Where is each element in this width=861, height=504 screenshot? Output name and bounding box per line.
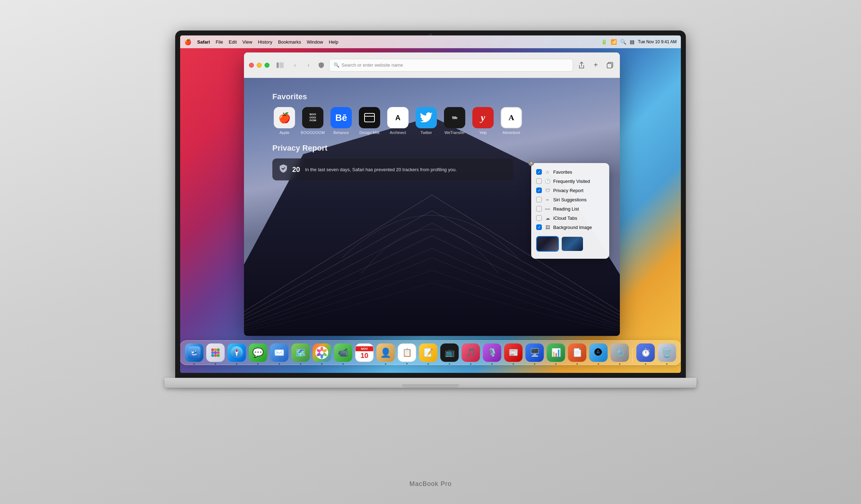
- popup-item-frequently-visited[interactable]: 🕐 Frequently Visited: [531, 177, 609, 186]
- dock-item-maps[interactable]: 🗺️: [291, 343, 310, 362]
- dock-item-tv[interactable]: 📺: [440, 343, 459, 362]
- reading-list-checkbox[interactable]: [536, 206, 542, 212]
- datetime-display: Tue Nov 10 9:41 AM: [638, 39, 677, 44]
- favorite-item-boooom[interactable]: BOOOOOOOM BOOOOOOM: [301, 107, 325, 135]
- laptop-body: 🍎 Safari File Edit View History Bookmark…: [94, 30, 767, 474]
- sidebar-toggle-button[interactable]: [277, 62, 287, 69]
- favorite-item-apple[interactable]: 🍎 Apple: [272, 107, 296, 135]
- fullscreen-button[interactable]: [265, 63, 270, 68]
- popup-item-background-image[interactable]: ✓ 🖼 Background Image: [531, 223, 609, 232]
- siri-icon: ∞: [545, 197, 550, 202]
- dock-item-photos[interactable]: [313, 343, 331, 362]
- back-button[interactable]: ‹: [290, 60, 300, 70]
- favorite-item-adventure[interactable]: A Adventure: [499, 107, 523, 135]
- favorite-item-twitter[interactable]: Twitter: [414, 107, 438, 135]
- dock-item-finder[interactable]: [185, 343, 204, 362]
- help-menu[interactable]: Help: [329, 39, 338, 45]
- share-button[interactable]: [577, 60, 587, 70]
- favorite-item-behance[interactable]: Bē Behance: [329, 107, 353, 135]
- apple-menu[interactable]: 🍎: [184, 39, 191, 45]
- dock-item-contacts[interactable]: 👤: [377, 343, 395, 362]
- popup-item-favorites[interactable]: ✓ ☆ Favorites: [531, 167, 609, 177]
- frequently-visited-checkbox[interactable]: [536, 178, 542, 184]
- favorite-item-yelp[interactable]: y Yelp: [471, 107, 495, 135]
- svg-point-31: [320, 351, 324, 354]
- popup-item-icloud-tabs[interactable]: ☁ iCloud Tabs: [531, 213, 609, 223]
- favorites-checkbox[interactable]: ✓: [536, 169, 542, 175]
- toolbar-right-buttons: +: [577, 60, 615, 70]
- bookmarks-menu[interactable]: Bookmarks: [278, 39, 301, 45]
- svg-point-17: [211, 354, 214, 357]
- icloud-tabs-label: iCloud Tabs: [553, 215, 577, 221]
- dock-item-messages[interactable]: 💬: [249, 343, 267, 362]
- close-button[interactable]: [249, 63, 254, 68]
- dock-item-reminders[interactable]: 📋: [398, 343, 416, 362]
- dock-item-mail[interactable]: ✉️: [270, 343, 289, 362]
- svg-rect-2: [607, 63, 612, 68]
- window-menu[interactable]: Window: [307, 39, 323, 45]
- edit-menu[interactable]: Edit: [229, 39, 237, 45]
- macbook-pro-label: MacBook Pro: [409, 480, 451, 488]
- background-thumbnails: [531, 233, 609, 254]
- forward-button[interactable]: ›: [304, 60, 313, 70]
- menu-bar-left: 🍎 Safari File Edit View History Bookmark…: [184, 39, 338, 45]
- svg-point-12: [214, 348, 217, 351]
- privacy-shield-icon: [317, 61, 326, 69]
- svg-rect-0: [277, 62, 279, 68]
- dock-item-safari[interactable]: [228, 343, 246, 362]
- dock-divider: [633, 348, 633, 362]
- icloud-tabs-checkbox[interactable]: [536, 215, 542, 221]
- privacy-card[interactable]: 20 In the last seven days, Safari has pr…: [272, 158, 513, 180]
- dock-item-launchpad[interactable]: [206, 343, 225, 362]
- siri-suggestions-label: Siri Suggestions: [553, 197, 587, 202]
- privacy-report-checkbox[interactable]: ✓: [536, 187, 542, 193]
- history-menu[interactable]: History: [258, 39, 272, 45]
- dock-item-news[interactable]: 📰: [504, 343, 523, 362]
- popup-item-privacy-report[interactable]: ✓ 🛡 Privacy Report: [531, 186, 609, 195]
- minimize-button[interactable]: [257, 63, 262, 68]
- dock-item-music[interactable]: 🎵: [462, 343, 480, 362]
- dock-item-appstore[interactable]: 🅐: [589, 343, 608, 362]
- file-menu[interactable]: File: [216, 39, 223, 45]
- dock-item-keynote[interactable]: 🖥️: [526, 343, 544, 362]
- control-center-icon[interactable]: ▤: [630, 39, 634, 45]
- siri-suggestions-checkbox[interactable]: [536, 197, 542, 202]
- wifi-icon: 📶: [611, 39, 617, 45]
- dock-item-trash[interactable]: 🗑️: [658, 343, 676, 362]
- laptop-outer: 🍎 Safari File Edit View History Bookmark…: [0, 0, 861, 504]
- favorites-section: Favorites 🍎 Apple BOOOOOO: [272, 92, 523, 135]
- url-input[interactable]: Search or enter website name: [341, 62, 568, 68]
- safari-toolbar: ‹ › 🔍 Search or enter w: [244, 52, 620, 78]
- dock-item-pages[interactable]: 📄: [568, 343, 587, 362]
- background-image-checkbox[interactable]: ✓: [536, 224, 542, 230]
- dock-item-numbers[interactable]: 📊: [547, 343, 565, 362]
- dock-item-notes[interactable]: 📝: [419, 343, 438, 362]
- safari-content: Favorites 🍎 Apple BOOOOOO: [244, 78, 620, 336]
- tabs-button[interactable]: [605, 60, 615, 70]
- favorite-item-archinect[interactable]: A Archinect: [386, 107, 410, 135]
- privacy-report-title: Privacy Report: [272, 144, 513, 153]
- popup-item-reading-list[interactable]: ∞∞ Reading List: [531, 204, 609, 213]
- favorite-item-wetransfer[interactable]: We WeTransfer: [443, 107, 467, 135]
- bg-thumb-mountain[interactable]: [536, 236, 559, 252]
- url-bar[interactable]: 🔍 Search or enter website name: [329, 59, 573, 72]
- favorite-item-designmilk[interactable]: Design Milk: [357, 107, 382, 135]
- bg-thumb-galaxy[interactable]: [561, 236, 584, 252]
- dock-item-podcasts[interactable]: 🎙️: [483, 343, 501, 362]
- search-icon[interactable]: 🔍: [620, 39, 626, 45]
- dock-item-facetime[interactable]: 📹: [334, 343, 352, 362]
- image-icon: 🖼: [545, 225, 550, 230]
- new-tab-button[interactable]: +: [591, 60, 601, 70]
- svg-rect-3: [362, 110, 377, 125]
- menu-bar: 🍎 Safari File Edit View History Bookmark…: [180, 35, 681, 48]
- popup-close-button[interactable]: ✕: [528, 160, 534, 166]
- app-name-menu[interactable]: Safari: [197, 39, 210, 45]
- dock-item-calendar[interactable]: NOV 10: [355, 343, 374, 362]
- view-menu[interactable]: View: [243, 39, 252, 45]
- dock-item-screentime[interactable]: ⏱️: [637, 343, 655, 362]
- favorites-grid: 🍎 Apple BOOOOOOOM BOOOOOOM: [272, 107, 523, 135]
- dock-item-systemprefs[interactable]: ⚙️: [611, 343, 629, 362]
- wetransfer-label: WeTransfer: [443, 130, 467, 135]
- popup-item-siri-suggestions[interactable]: ∞ Siri Suggestions: [531, 195, 609, 204]
- battery-icon: 🔋: [601, 39, 607, 45]
